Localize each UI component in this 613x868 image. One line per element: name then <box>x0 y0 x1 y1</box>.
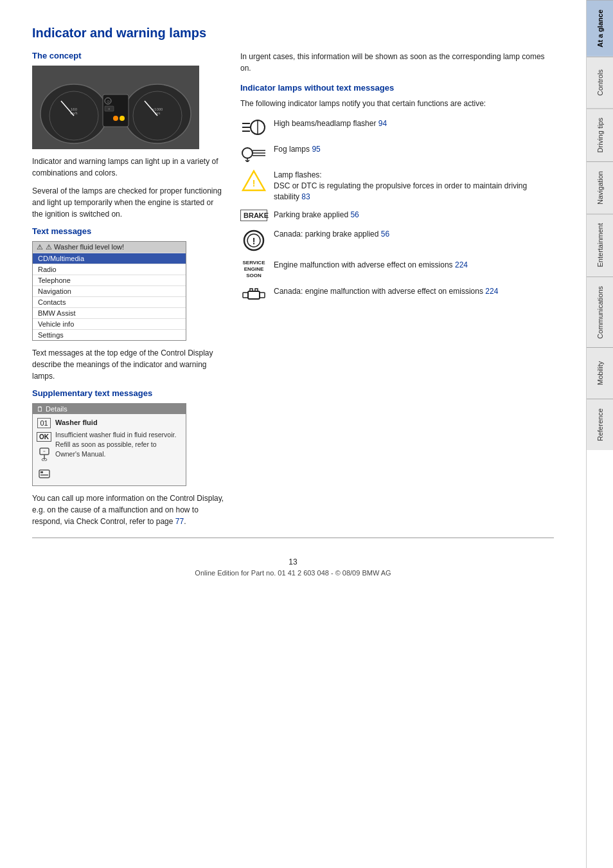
supplementary-heading: Supplementary text messages <box>32 388 225 398</box>
footer-divider <box>32 538 554 538</box>
canada-brake-pageref[interactable]: 56 <box>381 230 389 239</box>
svg-rect-40 <box>248 291 260 299</box>
svg-rect-42 <box>255 289 258 291</box>
lamp-row-dsc: ! Lamp flashes:DSC or DTC is regulating … <box>240 170 554 202</box>
svg-rect-43 <box>243 293 248 298</box>
sidebar-tab-controls[interactable]: Controls <box>587 57 613 108</box>
sidebar-tab-driving-tips[interactable]: Driving tips <box>587 108 613 161</box>
indicator-lamps-intro: The following indicator lamps notify you… <box>240 98 554 109</box>
indicator-lamps-heading: Indicator lamps without text messages <box>240 83 554 93</box>
concept-body1: Indicator and warning lamps can light up… <box>32 156 225 179</box>
service-desc: Engine malfunction with adverse effect o… <box>274 260 554 271</box>
msg-item-radio[interactable]: Radio <box>33 264 186 275</box>
fog-pageref[interactable]: 95 <box>312 145 320 154</box>
lamp-row-canada-engine: Canada: engine malfunction with adverse … <box>240 286 554 304</box>
fog-icon <box>240 144 267 162</box>
svg-point-33 <box>242 148 253 158</box>
msg-box-header: ⚠ ⚠ Washer fluid level low! <box>33 242 186 253</box>
canada-engine-icon <box>240 286 267 304</box>
lamp-row-highbeam: High beams/headlamp flasher 94 <box>240 118 554 136</box>
svg-rect-24 <box>40 475 48 476</box>
sidebar-tab-communications[interactable]: Communications <box>587 276 613 348</box>
canada-engine-desc: Canada: engine malfunction with adverse … <box>274 286 554 297</box>
svg-rect-41 <box>250 289 253 291</box>
page-title: Indicator and warning lamps <box>32 26 554 41</box>
sidebar-tabs: At a glance Controls Driving tips Naviga… <box>586 0 613 868</box>
supplementary-box: 🗒 Details 01 OK <box>32 403 186 486</box>
svg-point-16 <box>113 116 118 121</box>
msg-item-cd[interactable]: CD/Multimedia <box>33 253 186 264</box>
dsc-icon: ! <box>240 170 267 192</box>
supp-washer-label: Washer fluid <box>55 418 182 428</box>
page-number: 13 <box>32 557 554 566</box>
canada-brake-desc: Canada: parking brake applied 56 <box>274 229 554 240</box>
canada-brake-icon: ! <box>240 229 267 252</box>
lamp-row-fog: Fog lamps 95 <box>240 144 554 162</box>
dsc-desc: Lamp flashes:DSC or DTC is regulating th… <box>274 170 554 202</box>
svg-text:≈: ≈ <box>43 449 46 453</box>
supp-box-header: 🗒 Details <box>33 404 186 414</box>
svg-text:!: ! <box>253 236 256 246</box>
page-ref-77[interactable]: 77 <box>175 517 184 526</box>
service-label: SERVICEENGINESOON <box>240 260 267 278</box>
svg-rect-44 <box>260 293 265 298</box>
supp-detail-text: Insufficient washer fluid in fluid reser… <box>55 430 182 458</box>
text-messages-heading: Text messages <box>32 226 225 236</box>
supp-bottom-icon <box>38 467 51 482</box>
supplementary-body: You can call up more information on the … <box>32 493 225 527</box>
concept-body2: Several of the lamps are checked for pro… <box>32 185 225 220</box>
service-engine-icon: SERVICEENGINESOON <box>240 260 267 278</box>
brake-icon: BRAKE <box>240 210 267 221</box>
details-icon: 🗒 <box>37 405 44 413</box>
lamp-row-brake: BRAKE Parking brake applied 56 <box>240 210 554 221</box>
supp-box-text: Washer fluid Insufficient washer fluid i… <box>55 418 182 482</box>
canada-engine-pageref[interactable]: 224 <box>485 287 498 296</box>
sidebar-tab-at-a-glance[interactable]: At a glance <box>587 0 613 57</box>
msg-item-vehicle-info[interactable]: Vehicle info <box>33 318 186 329</box>
msg-item-contacts[interactable]: Contacts <box>33 296 186 307</box>
lamp-row-canada-brake: ! Canada: parking brake applied 56 <box>240 229 554 252</box>
supp-washer-icon: ≈ <box>37 447 51 462</box>
supp-ok-icon: OK <box>37 432 51 442</box>
supp-box-icons: 01 OK ≈ <box>37 418 51 482</box>
warning-icon: ⚠ <box>37 243 43 251</box>
dashboard-image: 160 km/h ×1000 rpm ⊙ <box>32 66 199 149</box>
msg-item-settings[interactable]: Settings <box>33 329 186 340</box>
supp-num-icon: 01 <box>37 418 50 428</box>
svg-point-17 <box>120 116 125 121</box>
text-messages-box: ⚠ ⚠ Washer fluid level low! CD/Multimedi… <box>32 241 186 341</box>
svg-text:!: ! <box>253 178 256 188</box>
fog-desc: Fog lamps 95 <box>274 144 554 155</box>
msg-item-bmw-assist[interactable]: BMW Assist <box>33 307 186 318</box>
top-right-intro: In urgent cases, this information will b… <box>240 51 554 74</box>
dsc-pageref[interactable]: 83 <box>301 192 310 201</box>
highbeam-icon <box>240 118 267 136</box>
lamp-row-service: SERVICEENGINESOON Engine malfunction wit… <box>240 260 554 278</box>
highbeam-pageref[interactable]: 94 <box>378 119 387 128</box>
sidebar-tab-reference[interactable]: Reference <box>587 399 613 450</box>
concept-heading: The concept <box>32 51 225 60</box>
svg-rect-22 <box>39 470 49 478</box>
copyright: Online Edition for Part no. 01 41 2 603 … <box>32 569 554 577</box>
brake-desc: Parking brake applied 56 <box>274 210 554 221</box>
sidebar-tab-mobility[interactable]: Mobility <box>587 347 613 399</box>
msg-box-header-text: ⚠ Washer fluid level low! <box>46 243 124 251</box>
svg-text:≡: ≡ <box>109 107 111 111</box>
svg-text:⊙: ⊙ <box>107 100 110 104</box>
sidebar-tab-entertainment[interactable]: Entertainment <box>587 213 613 276</box>
brake-label-box: BRAKE <box>240 210 267 221</box>
msg-item-telephone[interactable]: Telephone <box>33 275 186 285</box>
svg-rect-23 <box>40 471 43 473</box>
footer: 13 Online Edition for Part no. 01 41 2 6… <box>32 557 554 583</box>
service-pageref[interactable]: 224 <box>455 260 468 269</box>
text-messages-body: Text messages at the top edge of the Con… <box>32 347 225 382</box>
brake-pageref[interactable]: 56 <box>350 210 359 219</box>
msg-item-navigation[interactable]: Navigation <box>33 285 186 296</box>
highbeam-desc: High beams/headlamp flasher 94 <box>274 118 554 129</box>
sidebar-tab-navigation[interactable]: Navigation <box>587 161 613 213</box>
